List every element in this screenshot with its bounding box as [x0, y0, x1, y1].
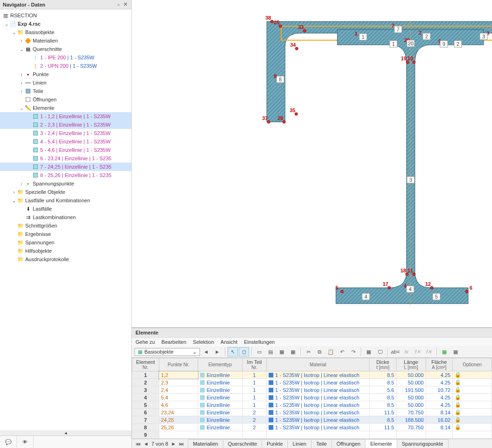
table-row[interactable]: 724,25Einzellinie21 - S235W | Isotrop | … — [132, 416, 492, 424]
menu-gehe-zu[interactable]: Gehe zu — [135, 339, 155, 345]
tb-redo[interactable]: ↷ — [348, 347, 358, 356]
table-row[interactable]: 22,3Einzellinie11 - S235W | Isotrop | Li… — [132, 379, 492, 386]
navigator-tree[interactable]: ▥RSECTION ⌄📄Exp 4.rsc ⌄📁Basisobjekte ›🔶M… — [0, 9, 131, 431]
tree-element-8[interactable]: 8 - 25,26 | Einzellinie | 1 - S235 — [0, 171, 131, 179]
tree-file[interactable]: Exp 4.rsc — [18, 21, 41, 27]
expand-icon[interactable]: › — [19, 72, 24, 77]
col-header[interactable]: ElementNr. — [132, 358, 159, 371]
tree-element-1[interactable]: 1 - 1,2 | Einzellinie | 1 - S235W — [0, 112, 131, 121]
tree-linien[interactable]: Linien — [33, 80, 46, 85]
tree-lastfaelle[interactable]: Lastfälle — [33, 206, 52, 212]
table-combo[interactable]: ▦Basisobjekte⌄ — [135, 348, 200, 356]
tree-ausdruckprotokolle[interactable]: Ausdruckprotokolle — [25, 256, 69, 262]
tree-punkte[interactable]: Punkte — [33, 71, 49, 77]
col-header[interactable]: Optionen — [453, 358, 492, 371]
tab-linien[interactable]: Linien — [287, 439, 311, 448]
tree-element-7[interactable]: 7 - 24,25 | Einzellinie | 1 - S235 — [0, 163, 131, 171]
tree-element-6[interactable]: 6 - 23,24 | Einzellinie | 1 - S235 — [0, 154, 131, 163]
pager-first[interactable]: ⏮ — [135, 441, 141, 447]
model-canvas[interactable]: 1234567891011121718192023242526272830313… — [132, 0, 492, 327]
menu-selektion[interactable]: Selektion — [193, 339, 214, 345]
tree-root[interactable]: RSECTION — [10, 13, 37, 18]
tb-grid[interactable]: ▦ — [288, 347, 298, 356]
tb-copy[interactable]: ⧉ — [314, 347, 325, 356]
tb-paste[interactable]: 📋 — [326, 347, 336, 356]
pager-next[interactable]: ► — [171, 441, 176, 447]
tb-fx3[interactable]: f✕ — [424, 347, 434, 356]
tree-element-5[interactable]: 5 - 4,6 | Einzellinie | 1 - S235W — [0, 146, 131, 154]
tree-element-4[interactable]: 4 - 5,4 | Einzellinie | 1 - S235W — [0, 137, 131, 146]
col-header[interactable]: Punkte Nr. — [159, 358, 198, 371]
tb-settings[interactable]: ▦ — [450, 347, 461, 356]
tb-cursor[interactable]: ↖ — [228, 347, 238, 356]
tb-display[interactable]: 🖵 — [375, 347, 385, 356]
tab-materialien[interactable]: Materialien — [188, 439, 223, 448]
expand-icon[interactable]: › — [11, 190, 17, 195]
tree-schnittgroessen[interactable]: Schnittgrößen — [25, 223, 57, 228]
expand-icon[interactable]: ⌄ — [4, 21, 9, 27]
expand-icon[interactable]: ⌄ — [19, 47, 24, 52]
expand-icon[interactable]: › — [19, 80, 24, 85]
expand-icon[interactable]: ⌄ — [11, 30, 17, 35]
table-row[interactable]: 54,6Einzellinie11 - S235W | Isotrop | Li… — [132, 401, 492, 409]
tab-spannungspunkte[interactable]: Spannungspunkte — [397, 439, 449, 448]
tb-next[interactable]: ► — [212, 347, 222, 356]
close-icon[interactable]: ✕ — [122, 1, 128, 7]
col-header[interactable]: Material — [267, 358, 370, 371]
col-header[interactable]: FlächeA [cm²] — [426, 358, 453, 371]
tree-section-2[interactable]: 2 - UPN 200 — [40, 63, 69, 69]
tb-excel[interactable]: ▦ — [439, 347, 449, 356]
tb-undo[interactable]: ↶ — [337, 347, 347, 356]
tree-element-3[interactable]: 3 - 2,4 | Einzellinie | 1 - S235W — [0, 129, 131, 137]
col-header[interactable]: Dicket [mm] — [370, 358, 397, 371]
tb-fx2[interactable]: f✕ — [413, 347, 423, 356]
tree-teile[interactable]: Teile — [33, 88, 43, 94]
tree-element-2[interactable]: 2 - 2,3 | Einzellinie | 1 - S235W — [0, 121, 131, 129]
tree-section-1[interactable]: 1 - IPE 200 — [40, 55, 66, 60]
tree-materialien[interactable]: Materialien — [33, 38, 58, 43]
tb-grid2[interactable]: ▦ — [364, 347, 374, 356]
tb-prev[interactable]: ◄ — [201, 347, 211, 356]
tree-lastkombinationen[interactable]: Lastkombinationen — [33, 214, 76, 220]
pager-prev[interactable]: ◄ — [143, 441, 149, 447]
panel-btn-view[interactable]: 👁 — [17, 436, 34, 448]
tree-spannungen[interactable]: Spannungen — [25, 240, 54, 245]
panel-btn-data[interactable]: 💬 — [0, 436, 17, 448]
expand-icon[interactable]: › — [19, 181, 24, 186]
tree-spannungspunkte[interactable]: Spannungspunkte — [33, 181, 74, 186]
tab-punkte[interactable]: Punkte — [262, 439, 288, 448]
expand-icon[interactable]: › — [19, 38, 24, 43]
table-row[interactable]: 9 — [132, 431, 492, 439]
col-header[interactable]: Elementtyp — [198, 358, 242, 371]
tab-elemente[interactable]: Elemente — [365, 439, 397, 448]
tb-select[interactable]: ◻ — [239, 347, 249, 356]
elements-table[interactable]: ElementNr.Punkte Nr.ElementtypIm TeilNr.… — [132, 358, 492, 439]
expand-icon[interactable]: › — [19, 89, 24, 94]
col-header[interactable]: LängeL [mm] — [396, 358, 426, 371]
tree-lastfaelle-komb[interactable]: Lastfälle und Kombinationen — [25, 198, 90, 203]
menu-bearbeiten[interactable]: Bearbeiten — [162, 339, 186, 345]
tab-querschnitte[interactable]: Querschnitte — [223, 439, 262, 448]
tb-new-row[interactable]: ▭ — [254, 347, 264, 356]
tb-fx[interactable]: fx — [401, 347, 412, 356]
expand-icon[interactable]: ⌄ — [11, 198, 17, 203]
col-header[interactable]: Im TeilNr. — [242, 358, 266, 371]
tab-öffnungen[interactable]: Öffnungen — [331, 439, 365, 448]
tb-ab[interactable]: ab= — [390, 347, 400, 356]
undock-icon[interactable]: ▫ — [115, 2, 122, 7]
table-row[interactable]: 32,4Einzellinie11 - S235W | Isotrop | Li… — [132, 386, 492, 394]
tree-querschnitte[interactable]: Querschnitte — [33, 46, 62, 52]
scroll-left-icon[interactable]: ◄ — [64, 431, 68, 435]
menu-einstellungen[interactable]: Einstellungen — [244, 339, 275, 345]
tree-oeffnungen[interactable]: Öffnungen — [33, 97, 57, 102]
tab-teile[interactable]: Teile — [311, 439, 332, 448]
menu-ansicht[interactable]: Ansicht — [221, 339, 237, 345]
tb-cut[interactable]: ✂ — [303, 347, 314, 356]
tb-copy-down[interactable]: ▦ — [277, 347, 287, 356]
pager-last[interactable]: ⏭ — [179, 441, 184, 447]
expand-icon[interactable]: ⌄ — [19, 106, 24, 111]
tree-elemente[interactable]: Elemente — [33, 105, 54, 111]
tree-spezielle-objekte[interactable]: Spezielle Objekte — [25, 189, 65, 195]
table-row[interactable]: 11,2Einzellinie11 - S235W | Isotrop | Li… — [132, 371, 492, 379]
tree-ergebnisse[interactable]: Ergebnisse — [25, 231, 51, 237]
